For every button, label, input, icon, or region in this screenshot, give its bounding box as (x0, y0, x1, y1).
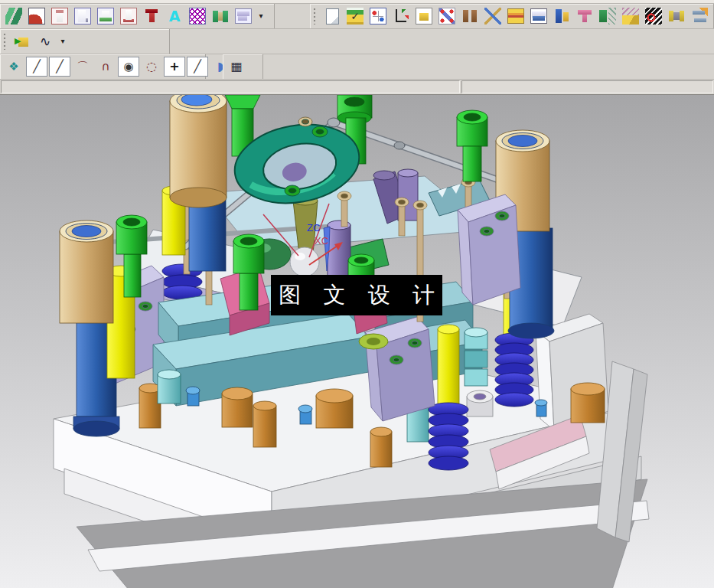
three-point-arc-icon: ∩ (97, 58, 114, 75)
ellipse-ref-icon: ◌ (143, 58, 160, 75)
init-project-button[interactable]: ✓ (344, 6, 366, 26)
stop-washer (467, 390, 493, 416)
toolbar-grip[interactable] (3, 33, 8, 50)
frame-pins-icon (668, 8, 685, 24)
toolbar-modeling-row: ▶∿▾ (0, 29, 714, 54)
guide-pillar-top-left[interactable] (162, 95, 227, 271)
mold-csys-icon (370, 8, 386, 24)
design-trim-button[interactable] (689, 6, 710, 26)
more-arrow-button[interactable]: ▾ (256, 6, 266, 26)
new-part-icon (326, 8, 339, 24)
spline-curve-button[interactable]: ∿ (34, 31, 56, 51)
more-arrow-button[interactable]: ▾ (57, 31, 68, 51)
ejector-pin-icon (143, 8, 160, 24)
circle-button[interactable]: ◉ (118, 57, 139, 77)
electrode-icon (212, 8, 229, 24)
mold-base-icon (530, 8, 547, 24)
draft-hatch-icon (622, 8, 639, 24)
line-icon: ╱ (51, 58, 68, 75)
prompt-cell-left (1, 80, 460, 93)
new-part-button[interactable] (321, 6, 343, 26)
insert-brackets-button[interactable] (459, 6, 481, 26)
enter-modeling-icon: ▶ (14, 33, 31, 50)
ejector-pin-button[interactable] (141, 6, 162, 26)
ejector-sleeve-icon (74, 8, 91, 24)
trim-a-button[interactable]: A (164, 6, 185, 26)
enter-modeling-button[interactable]: ▶ (11, 31, 33, 51)
insert-brackets-icon (461, 8, 478, 24)
lifter-icon (120, 8, 137, 24)
watermark-banner: 图 文 设 计 (271, 275, 442, 315)
profile-button[interactable]: ╱ (26, 57, 47, 77)
inclined-line-button[interactable]: ╱ (187, 57, 208, 77)
runner-icon (645, 8, 662, 24)
lifter-button[interactable] (118, 6, 139, 26)
electrode-button[interactable] (210, 6, 231, 26)
design-trim-icon (691, 8, 708, 24)
wall-hatch-button[interactable] (597, 6, 618, 26)
point-icon: + (166, 58, 183, 75)
runner-button[interactable] (643, 6, 664, 26)
toolbar-grip[interactable] (313, 8, 318, 24)
clamp-rail-front-right[interactable] (365, 317, 435, 421)
mold-tools-icon (484, 8, 501, 24)
parting-surface-icon (5, 8, 22, 24)
parting-stack-icon (507, 8, 524, 24)
ellipse-ref-button[interactable]: ◌ (141, 57, 162, 77)
prompt-bar (0, 80, 714, 95)
init-project-icon: ✓ (347, 8, 364, 24)
spline-curve-icon: ∿ (37, 33, 54, 50)
nx-mold-design-window: { "app": {"title_hint": "NX Mold Wizard … (0, 0, 714, 588)
toolbar-sketch-extra: ▦ (223, 54, 263, 79)
more-arrow-icon: ▾ (59, 33, 67, 50)
ab-insert-icon (553, 8, 570, 24)
inclined-line-icon: ╱ (189, 58, 206, 75)
line-button[interactable]: ╱ (49, 57, 70, 77)
slide-core-icon (97, 8, 114, 24)
toolbar-modeling: ▶∿▾ (0, 29, 170, 54)
shrink-axes-icon (393, 8, 409, 24)
arc-icon: ⌒ (74, 58, 91, 75)
clamp-rail-right[interactable] (458, 194, 520, 305)
model-canvas[interactable]: ZC XC (0, 95, 714, 588)
mold-base-button[interactable] (528, 6, 549, 26)
cavity-core-icon (28, 8, 45, 24)
circle-icon: ◉ (120, 58, 137, 75)
prompt-cell-right (461, 80, 713, 93)
shrink-axes-button[interactable] (390, 6, 412, 26)
draft-hatch-button[interactable] (620, 6, 641, 26)
grid-button[interactable]: ▦ (226, 57, 247, 77)
pocket-tool-icon (576, 8, 593, 24)
cavity-core-button[interactable] (26, 6, 47, 26)
workpiece-icon (416, 8, 432, 24)
pocket-mesh-button[interactable] (187, 6, 208, 26)
sketch-env-button[interactable]: ❖ (3, 57, 24, 77)
graphics-viewport[interactable]: ZC XC 图 文 设 计 (0, 95, 714, 588)
mold-csys-button[interactable] (367, 6, 389, 26)
ab-insert-button[interactable] (551, 6, 572, 26)
parting-surface-button[interactable] (3, 6, 24, 26)
profile-icon: ╱ (28, 58, 45, 75)
toolbar-mold-parts: A▾ (0, 4, 275, 28)
ejector-sleeve-button[interactable] (72, 6, 93, 26)
parting-stack-button[interactable] (505, 6, 527, 26)
three-point-arc-button[interactable]: ∩ (95, 57, 116, 77)
pocket-tool-button[interactable] (574, 6, 595, 26)
bom-list-icon (235, 8, 252, 24)
cavity-layout-icon (439, 8, 455, 24)
workpiece-button[interactable] (413, 6, 435, 26)
toolbar-sketch-row: ❖╱╱⌒∩◉◌+╱◗ ▦ (0, 54, 714, 80)
mold-tools-button[interactable] (482, 6, 504, 26)
slide-core-button[interactable] (95, 6, 116, 26)
bom-list-button[interactable] (233, 6, 254, 26)
standard-part-button[interactable] (49, 6, 70, 26)
toolbar-sketch: ❖╱╱⌒∩◉◌+╱◗ (0, 54, 206, 79)
frame-pins-button[interactable] (666, 6, 687, 26)
trim-a-icon: A (166, 8, 183, 24)
cavity-layout-button[interactable] (436, 6, 458, 26)
standard-part-icon (51, 8, 68, 24)
pocket-mesh-icon (189, 8, 206, 24)
point-button[interactable]: + (164, 57, 185, 77)
arc-button[interactable]: ⌒ (72, 57, 93, 77)
wall-hatch-icon (599, 8, 616, 24)
